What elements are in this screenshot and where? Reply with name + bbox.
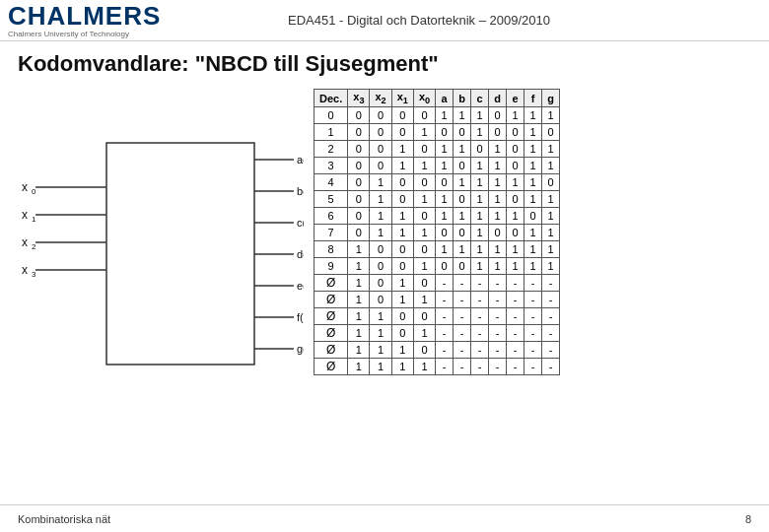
table-cell: 1 bbox=[524, 124, 542, 141]
table-cell: 0 bbox=[454, 225, 471, 241]
table-cell: 1 bbox=[524, 141, 542, 158]
table-cell: 1 bbox=[507, 107, 524, 124]
table-cell: 0 bbox=[413, 342, 435, 359]
content-row: x 0 x 1 x 2 x 3 a(x 0 ,x 1 ,x 2 ,x 3 bbox=[18, 89, 751, 375]
table-cell: 0 bbox=[413, 208, 435, 225]
table-cell: - bbox=[524, 342, 542, 359]
table-cell: 0 bbox=[436, 124, 454, 141]
table-cell: 0 bbox=[391, 308, 413, 325]
footer: Kombinatoriska nät 8 bbox=[0, 504, 769, 532]
table-cell: 0 bbox=[348, 141, 370, 158]
svg-text:b(x: b(x bbox=[297, 185, 304, 197]
table-cell: 1 bbox=[413, 158, 435, 174]
table-cell: - bbox=[542, 325, 560, 342]
table-cell: 0 bbox=[370, 275, 391, 292]
table-cell: 1 bbox=[542, 241, 560, 258]
table-cell: - bbox=[489, 342, 507, 359]
svg-text:f(x: f(x bbox=[297, 311, 304, 323]
table-cell: - bbox=[542, 275, 560, 292]
table-cell: - bbox=[507, 275, 524, 292]
table-cell: 0 bbox=[507, 191, 524, 208]
table-cell: 1 bbox=[436, 191, 454, 208]
table-cell: - bbox=[454, 342, 471, 359]
table-cell: Ø bbox=[315, 342, 348, 359]
table-cell: 1 bbox=[471, 124, 489, 141]
table-cell: 1 bbox=[489, 258, 507, 275]
table-cell: - bbox=[524, 308, 542, 325]
table-cell: 1 bbox=[524, 191, 542, 208]
table-cell: 0 bbox=[391, 124, 413, 141]
footer-right: 8 bbox=[745, 513, 751, 525]
table-cell: 0 bbox=[391, 174, 413, 191]
table-cell: 0 bbox=[542, 174, 560, 191]
table-cell: 1 bbox=[542, 191, 560, 208]
table-cell: 0 bbox=[370, 124, 391, 141]
table-cell: 0 bbox=[489, 225, 507, 241]
table-cell: 6 bbox=[315, 208, 348, 225]
table-row: Ø1111------- bbox=[315, 359, 560, 375]
table-cell: 1 bbox=[413, 225, 435, 241]
table-cell: 1 bbox=[524, 158, 542, 174]
table-cell: 1 bbox=[413, 191, 435, 208]
table-cell: - bbox=[489, 275, 507, 292]
table-cell: - bbox=[471, 292, 489, 308]
table-cell: - bbox=[471, 308, 489, 325]
table-cell: - bbox=[436, 359, 454, 375]
table-cell: 0 bbox=[391, 258, 413, 275]
table-cell: 1 bbox=[507, 174, 524, 191]
table-cell: 1 bbox=[454, 141, 471, 158]
table-cell: 0 bbox=[370, 292, 391, 308]
table-cell: Ø bbox=[315, 308, 348, 325]
table-row: 100010010010 bbox=[315, 124, 560, 141]
table-cell: 0 bbox=[348, 174, 370, 191]
table-cell: - bbox=[436, 342, 454, 359]
col-header-x3: x3 bbox=[348, 90, 370, 107]
table-cell: 1 bbox=[370, 225, 391, 241]
table-cell: 1 bbox=[370, 325, 391, 342]
table-cell: 1 bbox=[348, 359, 370, 375]
table-row: 910010011111 bbox=[315, 258, 560, 275]
table-cell: 0 bbox=[489, 107, 507, 124]
table-row: 000001110111 bbox=[315, 107, 560, 124]
table-cell: 1 bbox=[370, 208, 391, 225]
table-cell: 1 bbox=[524, 241, 542, 258]
table-cell: 1 bbox=[454, 241, 471, 258]
svg-text:1: 1 bbox=[32, 215, 36, 224]
table-cell: - bbox=[542, 342, 560, 359]
table-cell: Ø bbox=[315, 359, 348, 375]
col-header-c: c bbox=[471, 90, 489, 107]
table-cell: - bbox=[507, 342, 524, 359]
table-cell: 1 bbox=[391, 208, 413, 225]
svg-text:x: x bbox=[22, 208, 28, 222]
table-cell: 5 bbox=[315, 191, 348, 208]
table-row: Ø1110------- bbox=[315, 342, 560, 359]
table-cell: 1 bbox=[315, 124, 348, 141]
table-cell: 0 bbox=[436, 174, 454, 191]
table-cell: Ø bbox=[315, 275, 348, 292]
table-cell: 0 bbox=[348, 191, 370, 208]
logo-area: CHALMERS Chalmers University of Technolo… bbox=[8, 3, 278, 38]
table-cell: 1 bbox=[524, 258, 542, 275]
table-cell: 0 bbox=[507, 225, 524, 241]
table-cell: 1 bbox=[391, 275, 413, 292]
table-cell: 0 bbox=[391, 191, 413, 208]
header-title: EDA451 - Digital och Datorteknik – 2009/… bbox=[278, 13, 761, 28]
table-cell: 0 bbox=[348, 107, 370, 124]
table-cell: 1 bbox=[348, 292, 370, 308]
table-cell: 1 bbox=[348, 308, 370, 325]
table-cell: 1 bbox=[370, 342, 391, 359]
table-cell: 3 bbox=[315, 158, 348, 174]
table-cell: 0 bbox=[413, 174, 435, 191]
col-header-d: d bbox=[489, 90, 507, 107]
table-cell: Ø bbox=[315, 325, 348, 342]
table-cell: 1 bbox=[348, 241, 370, 258]
logo-subtitle: Chalmers University of Technology bbox=[8, 30, 278, 38]
table-cell: 1 bbox=[489, 241, 507, 258]
table-cell: 1 bbox=[542, 141, 560, 158]
table-cell: 0 bbox=[507, 141, 524, 158]
table-cell: 1 bbox=[413, 258, 435, 275]
table-cell: 1 bbox=[436, 241, 454, 258]
table-cell: - bbox=[454, 325, 471, 342]
table-cell: 7 bbox=[315, 225, 348, 241]
table-cell: 1 bbox=[524, 225, 542, 241]
